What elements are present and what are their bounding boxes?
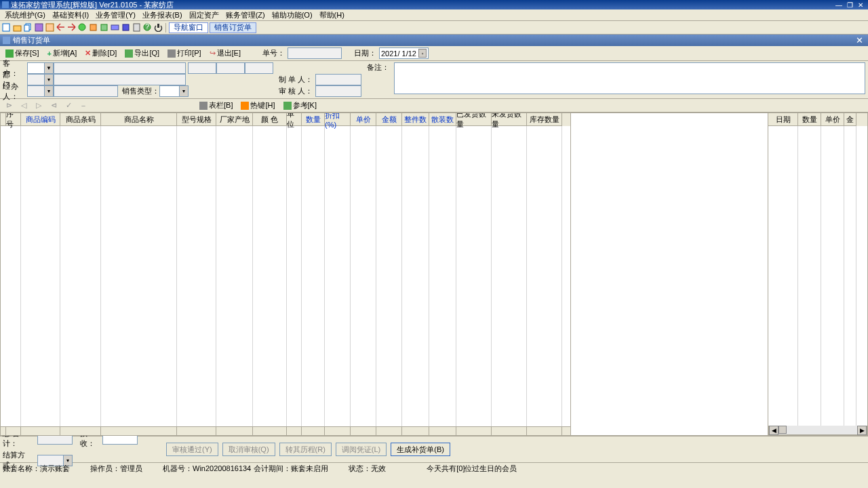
menu-help[interactable]: 帮助(H) bbox=[316, 10, 348, 20]
side-hscroll[interactable]: ◀ ▶ bbox=[768, 426, 867, 435]
tool-8-icon[interactable] bbox=[77, 23, 87, 33]
menu-reports[interactable]: 业务报表(B) bbox=[139, 10, 186, 20]
tab-sales-order[interactable]: 销售订货单 bbox=[210, 22, 256, 33]
delete-button[interactable]: ✕删除[D] bbox=[82, 47, 119, 59]
customer-dropdown-icon[interactable]: ▼ bbox=[45, 62, 54, 74]
dept-dropdown-icon[interactable]: ▾ bbox=[45, 74, 54, 85]
remark-input[interactable] bbox=[394, 62, 865, 94]
restock-button[interactable]: 生成补货单(B) bbox=[391, 443, 450, 456]
saletype-label: 销售类型： bbox=[122, 86, 159, 96]
tool-7-icon[interactable] bbox=[66, 23, 76, 33]
audit-cancel-button[interactable]: 取消审核(Q) bbox=[222, 443, 275, 456]
date-dropdown-icon[interactable]: ◦ bbox=[418, 49, 427, 58]
reference-button[interactable]: 参考[K] bbox=[281, 100, 319, 111]
dept-code-input[interactable] bbox=[27, 74, 45, 85]
nav-prev-icon[interactable]: ◁ bbox=[18, 100, 30, 110]
col-header[interactable]: 散装数 bbox=[429, 113, 456, 126]
col-header[interactable]: 库存数量 bbox=[527, 113, 562, 126]
handler-dropdown-icon[interactable]: ▾ bbox=[45, 85, 54, 97]
tab-nav-window[interactable]: 导航窗口 bbox=[169, 22, 208, 33]
hotkey-button[interactable]: 热键[H] bbox=[238, 100, 277, 111]
menu-bar: 系统维护(G) 基础资料(I) 业务管理(Y) 业务报表(B) 固定资产 账务管… bbox=[0, 9, 868, 21]
col-header[interactable]: 日期 bbox=[768, 113, 798, 126]
tool-6-icon[interactable] bbox=[56, 23, 65, 33]
menu-basedata[interactable]: 基础资料(I) bbox=[49, 10, 92, 20]
window-title: 速拓家纺管理系统[辉煌版] Ver21.0105 - 某家纺店 bbox=[11, 0, 174, 10]
col-header[interactable]: 厂家产地 bbox=[216, 113, 253, 126]
scroll-left-icon[interactable]: ◀ bbox=[769, 426, 778, 435]
main-grid[interactable]: 序号商品编码商品条码商品名称型号规格厂家产地颜 色单位数量折扣(%)单价金额整件… bbox=[0, 113, 571, 436]
nav-next-icon[interactable]: ▷ bbox=[33, 100, 45, 110]
tool-new-icon[interactable] bbox=[1, 23, 11, 33]
tool-copy-icon[interactable] bbox=[23, 23, 33, 33]
nav-last-icon[interactable]: ⊲ bbox=[47, 100, 60, 110]
menu-aux[interactable]: 辅助功能(O) bbox=[269, 10, 316, 20]
col-header[interactable]: 整件数 bbox=[402, 113, 429, 126]
history-button[interactable]: 转其历程(R) bbox=[279, 443, 332, 456]
menu-accounts[interactable]: 账务管理(Z) bbox=[222, 10, 269, 20]
col-header[interactable]: 数量 bbox=[302, 113, 325, 126]
col-header[interactable]: 数量 bbox=[798, 113, 821, 126]
minimize-button[interactable]: — bbox=[833, 1, 844, 9]
order-no-input[interactable] bbox=[288, 47, 342, 59]
date-input[interactable]: 2021/ 1/12◦ bbox=[379, 47, 429, 59]
tool-12-icon[interactable] bbox=[121, 23, 130, 33]
tool-5-icon[interactable] bbox=[45, 23, 54, 33]
menu-assets[interactable]: 固定资产 bbox=[186, 10, 222, 20]
customer-code-input[interactable] bbox=[27, 62, 45, 74]
tool-help-icon[interactable]: ? bbox=[142, 23, 152, 33]
scroll-thumb[interactable] bbox=[778, 426, 787, 434]
saletype-input[interactable] bbox=[159, 85, 180, 97]
nav-minus-icon[interactable]: − bbox=[77, 100, 90, 110]
col-header[interactable]: 已发货数量 bbox=[456, 113, 492, 126]
scroll-right-icon[interactable]: ▶ bbox=[857, 426, 867, 435]
col-header[interactable]: 折扣(%) bbox=[325, 113, 351, 126]
col-header[interactable]: 颜 色 bbox=[253, 113, 287, 126]
main-toolbar: ? 导航窗口 销售订货单 bbox=[0, 21, 868, 35]
audit-pass-button[interactable]: 审核通过(Y) bbox=[166, 443, 218, 456]
save-button[interactable]: 保存[S] bbox=[3, 47, 41, 59]
tool-open-icon[interactable] bbox=[12, 23, 22, 33]
col-header[interactable]: 未发货数量 bbox=[492, 113, 527, 126]
tool-10-icon[interactable] bbox=[99, 23, 108, 33]
voucher-button[interactable]: 调阅凭证(L) bbox=[336, 443, 387, 456]
tool-exit-icon[interactable] bbox=[153, 23, 163, 33]
print-button[interactable]: 打印[P] bbox=[165, 47, 203, 59]
form-header: 客 户： ▼ 部 门： ▾ 经办人： ▾ 销售类型： ▾ 制 单 人： 审 核 … bbox=[0, 61, 868, 99]
add-button[interactable]: +新增[A] bbox=[44, 47, 79, 59]
col-header[interactable]: 金额 bbox=[376, 113, 402, 126]
col-header[interactable]: 单位 bbox=[287, 113, 302, 126]
subwindow-close-button[interactable]: ✕ bbox=[854, 35, 865, 46]
remark-label: 备注： bbox=[367, 62, 394, 97]
col-header[interactable]: 单价 bbox=[821, 113, 844, 126]
col-header[interactable]: 商品条码 bbox=[60, 113, 101, 126]
tool-calc-icon[interactable] bbox=[132, 23, 141, 33]
status-account: 账套名称：演示账套 bbox=[3, 464, 70, 474]
saletype-dropdown-icon[interactable]: ▾ bbox=[180, 85, 189, 97]
export-button[interactable]: 导出[Q] bbox=[122, 47, 162, 59]
tool-4-icon[interactable] bbox=[34, 23, 43, 33]
tool-9-icon[interactable] bbox=[88, 23, 98, 33]
col-header[interactable]: 商品名称 bbox=[101, 113, 177, 126]
menu-system[interactable]: 系统维护(G) bbox=[1, 10, 49, 20]
col-header[interactable]: 商品编码 bbox=[21, 113, 60, 126]
action-toolbar: 保存[S] +新增[A] ✕删除[D] 导出[Q] 打印[P] ↪退出[E] 单… bbox=[0, 46, 868, 61]
col-header[interactable]: 单价 bbox=[351, 113, 376, 126]
col-header[interactable]: 序号 bbox=[6, 113, 21, 126]
hotkey-icon bbox=[241, 102, 249, 110]
close-button[interactable]: ✕ bbox=[855, 1, 866, 9]
nav-check-icon[interactable]: ✓ bbox=[62, 100, 75, 110]
columns-button[interactable]: 表栏[B] bbox=[197, 100, 235, 111]
plus-icon: + bbox=[47, 49, 51, 58]
tool-11-icon[interactable] bbox=[110, 23, 119, 33]
col-header[interactable]: 型号规格 bbox=[177, 113, 216, 126]
maximize-button[interactable]: ❐ bbox=[844, 1, 855, 9]
side-grid[interactable]: 日期数量单价金 ◀ ▶ bbox=[768, 113, 868, 436]
nav-first-icon[interactable]: ⊳ bbox=[3, 100, 15, 110]
exit-button[interactable]: ↪退出[E] bbox=[207, 47, 243, 59]
handler-code-input[interactable] bbox=[27, 85, 45, 97]
col-header[interactable]: 金 bbox=[844, 113, 856, 126]
row-selector-header bbox=[1, 113, 6, 126]
menu-business[interactable]: 业务管理(Y) bbox=[92, 10, 139, 20]
bottom-form: 总 合 计： 预收： 结算方式： ▾ 审核通过(Y) 取消审核(Q) 转其历程(… bbox=[0, 436, 868, 463]
